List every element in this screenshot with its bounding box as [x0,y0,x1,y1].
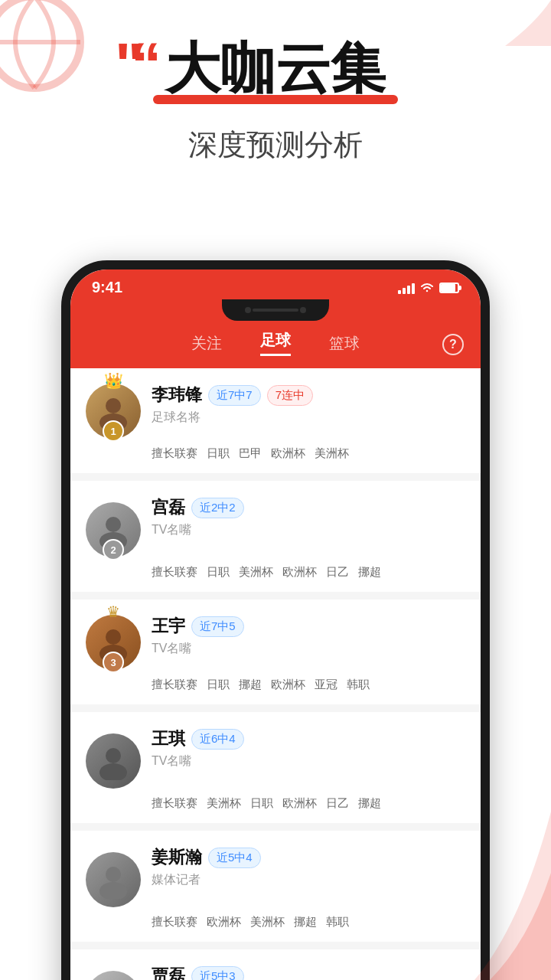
expert-tags: 擅长联赛 欧洲杯 美洲杯 挪超 韩职 [86,915,465,929]
expert-card: 2 宫磊 近2中2 TV名嘴 擅长联赛 日职 美洲杯 欧洲杯 日乙 [70,481,481,592]
wifi-icon [419,282,435,293]
notch-camera [245,307,251,313]
phone-wrapper: 9:41 [0,260,551,980]
tag: 挪超 [358,565,381,580]
tag: 巴甲 [239,446,262,461]
top-right-deco [490,0,551,46]
tag: 擅长联赛 [152,678,197,692]
tag: 擅长联赛 [152,915,197,929]
avatar-wrapper [86,727,141,789]
hero-text-container: " 大咖云集 深度预测分析 [0,38,551,165]
expert-info: 王宇 近7中5 TV名嘴 [152,615,465,657]
crown-icon: 👑 [104,371,123,390]
tab-soccer[interactable]: 足球 [260,330,291,356]
tag: 欧洲杯 [282,796,317,811]
avatar [86,852,141,907]
status-time: 9:41 [92,279,122,296]
tag: 美洲杯 [315,446,349,461]
status-bar: 9:41 [70,270,481,296]
expert-info: 贾磊 近5中3 [152,965,465,980]
expert-title: 媒体记者 [152,872,465,888]
svg-point-11 [99,882,127,899]
expert-name: 姜斯瀚 [152,846,202,869]
signal-icon [398,282,415,294]
expert-info: 宫磊 近2中2 TV名嘴 [152,496,465,538]
tag: 挪超 [239,678,262,692]
tag: 日乙 [326,565,349,580]
tag: 亚冠 [315,678,337,692]
badge-streak: 7连中 [267,385,313,406]
badge-recent-record: 近5中3 [191,966,244,981]
svg-point-4 [106,517,121,532]
tag: 美洲杯 [250,915,285,929]
expert-tags: 擅长联赛 日职 挪超 欧洲杯 亚冠 韩职 [86,678,465,692]
expert-tags: 擅长联赛 日职 巴甲 欧洲杯 美洲杯 [86,446,465,461]
experts-list: 👑 1 李玮锋 近7中7 7连中 [70,368,481,980]
help-button[interactable]: ? [442,334,464,355]
svg-point-9 [99,763,127,780]
tag: 日职 [250,796,273,811]
expert-info: 姜斯瀚 近5中4 媒体记者 [152,846,465,888]
expert-name: 贾磊 [152,965,185,980]
expert-tags: 擅长联赛 日职 美洲杯 欧洲杯 日乙 挪超 [86,565,465,580]
tag: 欧洲杯 [282,565,317,580]
tag: 擅长联赛 [152,446,197,461]
tag: 挪超 [294,915,317,929]
expert-name: 王宇 [152,615,185,638]
avatar-wrapper: ♛ 3 [86,615,141,670]
expert-title: TV名嘴 [152,522,465,538]
hero-title: 大咖云集 [165,38,386,99]
svg-point-10 [106,867,121,882]
svg-point-2 [106,398,121,413]
badge-recent-record: 近7中7 [208,385,261,406]
tag: 欧洲杯 [271,678,305,692]
expert-name: 李玮锋 [152,384,202,407]
tag: 韩职 [326,915,349,929]
expert-card: 贾磊 近5中3 [70,949,481,980]
expert-card: 姜斯瀚 近5中4 媒体记者 擅长联赛 欧洲杯 美洲杯 挪超 韩职 [70,831,481,942]
avatar-wrapper [86,965,141,980]
avatar-wrapper: 2 [86,496,141,557]
tag: 韩职 [347,678,370,692]
expert-title: 足球名将 [152,410,465,426]
rank-badge: 1 [103,420,124,442]
tab-follow[interactable]: 关注 [191,333,222,354]
rank-badge: 3 [103,652,124,673]
expert-name: 宫磊 [152,496,185,519]
expert-tags: 擅长联赛 美洲杯 日职 欧洲杯 日乙 挪超 [86,796,465,811]
expert-info: 李玮锋 近7中7 7连中 足球名将 [152,384,465,426]
badge-recent-record: 近2中2 [191,498,244,518]
expert-card: ♛ 3 王宇 近7中5 TV名嘴 [70,599,481,704]
hero-subtitle: 深度预测分析 [0,126,551,165]
notch-speaker [253,309,298,312]
expert-title: TV名嘴 [152,641,465,657]
hero-section: " 大咖云集 深度预测分析 [0,0,551,245]
tag: 美洲杯 [239,565,273,580]
battery-icon [439,283,459,293]
tab-navigation: 关注 足球 篮球 ? [70,321,481,368]
tab-basketball[interactable]: 篮球 [329,333,360,354]
badge-recent-record: 近5中4 [208,848,261,868]
tag: 挪超 [358,796,381,811]
avatar [86,971,141,980]
expert-card: 王琪 近6中4 TV名嘴 擅长联赛 美洲杯 日职 欧洲杯 日乙 挪超 [70,712,481,823]
tag: 欧洲杯 [271,446,305,461]
avatar-wrapper: 👑 1 [86,384,141,439]
svg-point-8 [106,748,121,763]
tag: 美洲杯 [207,796,241,811]
tag: 擅长联赛 [152,796,197,811]
tag: 欧洲杯 [207,915,241,929]
expert-info: 王琪 近6中4 TV名嘴 [152,727,465,769]
notch-area [70,296,481,321]
status-icons [398,282,459,294]
avatar [86,733,141,789]
tag: 日乙 [326,796,349,811]
tag: 日职 [207,678,230,692]
notch-sensor [300,307,306,313]
expert-card: 👑 1 李玮锋 近7中7 7连中 [70,368,481,473]
phone-mockup: 9:41 [61,260,490,980]
expert-title: TV名嘴 [152,753,465,769]
badge-recent-record: 近6中4 [191,729,244,750]
rank-badge: 2 [103,539,124,560]
notch [222,299,329,321]
